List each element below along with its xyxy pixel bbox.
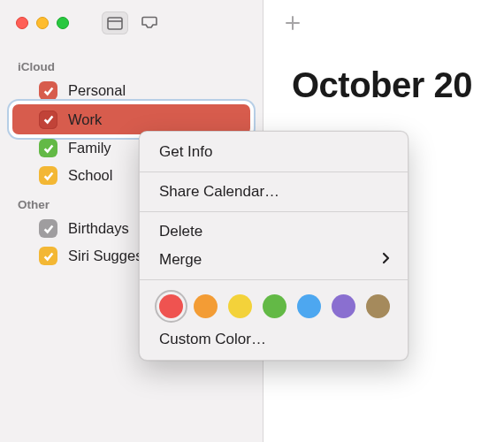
checkbox-icon[interactable] [39,110,57,129]
menu-item-custom-color[interactable]: Custom Color… [140,325,408,354]
sidebar-toolbar [0,0,263,46]
zoom-window-button[interactable] [57,17,69,29]
checkbox-icon[interactable] [39,81,57,100]
calendar-label: Work [68,111,238,128]
color-swatch-blue[interactable] [297,294,321,318]
calendar-label: Personal [68,82,250,99]
main-toolbar [263,0,504,46]
menu-label: Custom Color… [159,331,266,348]
chevron-right-icon [382,251,390,269]
section-header-icloud: iCloud [0,51,263,77]
color-swatch-purple[interactable] [332,294,355,318]
calendar-item-work[interactable]: Work [12,104,250,134]
color-swatch-red[interactable] [159,294,183,318]
menu-item-merge[interactable]: Merge [140,246,408,274]
checkbox-icon[interactable] [39,247,57,265]
plus-icon [284,14,302,32]
color-swatch-yellow[interactable] [228,294,252,318]
menu-label: Get Info [159,143,212,161]
menu-label: Merge [159,251,202,269]
menu-item-get-info[interactable]: Get Info [140,138,408,166]
add-event-button[interactable] [279,11,306,34]
window-controls [16,17,69,29]
menu-separator [140,211,408,212]
checkbox-icon[interactable] [39,166,57,185]
page-title: October 20 [263,46,504,105]
menu-separator [140,279,408,280]
close-window-button[interactable] [16,17,28,29]
svg-rect-0 [108,18,122,29]
calendar-icon [107,16,123,30]
inbox-icon [141,16,158,30]
menu-separator [140,171,408,172]
menu-item-delete[interactable]: Delete [140,217,408,246]
minimize-window-button[interactable] [36,17,49,29]
inbox-button[interactable] [136,11,163,34]
color-swatch-orange[interactable] [194,294,218,318]
checkbox-icon[interactable] [39,219,57,238]
menu-label: Delete [159,223,202,240]
calendar-item-personal[interactable]: Personal [0,77,263,104]
menu-label: Share Calendar… [159,183,279,201]
color-swatch-green[interactable] [263,294,286,318]
calendars-toggle-button[interactable] [102,11,128,34]
checkbox-icon[interactable] [39,139,57,157]
context-menu: Get Info Share Calendar… Delete Merge Cu… [139,131,409,361]
menu-item-share[interactable]: Share Calendar… [140,178,408,206]
color-swatch-brown[interactable] [366,294,390,318]
color-swatches [140,286,408,325]
